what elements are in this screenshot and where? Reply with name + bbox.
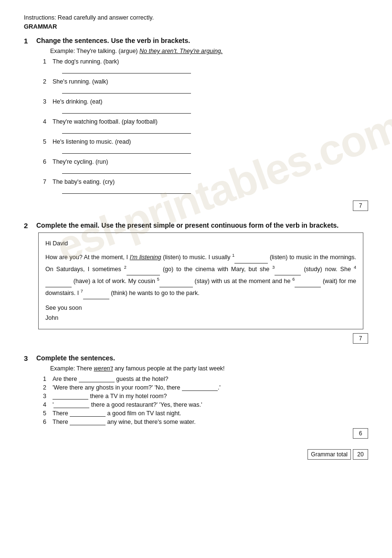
section-1-header: 1 Change the sentences. Use the verb in …: [24, 37, 368, 45]
section-3-score-box: 6: [24, 428, 368, 439]
section-2-score-box: 7: [24, 333, 368, 344]
s1-item-2-text: She's running. (walk): [53, 78, 108, 85]
section-1-score-box: 7: [24, 200, 368, 211]
s3-blank-4[interactable]: [53, 401, 89, 408]
s1-answer-line-4[interactable]: [62, 126, 191, 134]
section-1-number: 1: [24, 37, 34, 45]
section-3-example: Example: There weren't any famous people…: [50, 365, 368, 372]
example-prefix: Example:: [50, 48, 75, 54]
blank-7[interactable]: [83, 293, 109, 299]
email-signoff: See you soon: [45, 303, 356, 313]
section-3-number: 3: [24, 354, 34, 362]
s1-item-1-text: The dog's running. (bark): [53, 58, 119, 65]
blank-1[interactable]: [234, 257, 268, 263]
grammar-total-value: 20: [353, 449, 368, 460]
example-text: They're talking. (argue): [76, 48, 139, 54]
s3-item-1: 1 Are there guests at the hotel?: [43, 376, 368, 382]
s3-example-werent: weren't: [94, 365, 113, 372]
email-box: Hi David How are you? At the moment, I I…: [38, 232, 363, 329]
s1-answer-line-2[interactable]: [62, 86, 191, 94]
instruction-line1: Instructions: Read carefully and answer …: [24, 14, 368, 21]
section-2: 2 Complete the email. Use the present si…: [24, 221, 368, 344]
s1-item-7: 7 The baby's eating. (cry): [43, 179, 368, 198]
s1-item-5-text: He's listening to music. (read): [53, 138, 131, 145]
section-1-title: Change the sentences. Use the verb in br…: [36, 37, 190, 44]
s1-item-5: 5 He's listening to music. (read): [43, 138, 368, 158]
s3-blank-3[interactable]: [53, 393, 88, 400]
blank-4[interactable]: [45, 281, 72, 287]
s3-item-4: 4 ' there a good restaurant?' 'Yes, ther…: [43, 401, 368, 408]
section-1-score: 7: [353, 200, 368, 211]
s3-blank-5[interactable]: [70, 410, 106, 417]
s1-answer-line-7[interactable]: [62, 186, 191, 194]
listening-text: I'm listening: [130, 254, 161, 261]
section-2-score: 7: [353, 333, 368, 344]
s1-answer-line-3[interactable]: [62, 106, 191, 114]
grammar-total-label: Grammar total: [307, 449, 351, 460]
s1-item-2: 2 She's running. (walk): [43, 78, 368, 97]
section-2-header: 2 Complete the email. Use the present si…: [24, 221, 368, 230]
section-3-score: 6: [353, 428, 368, 439]
s3-example-prefix: Example:: [50, 365, 76, 372]
instructions-block: Instructions: Read carefully and answer …: [24, 14, 368, 30]
s1-item-3-text: He's drinking. (eat): [53, 98, 103, 105]
section-3: 3 Complete the sentences. Example: There…: [24, 354, 368, 439]
s3-item-5: 5 There a good film on TV last night.: [43, 410, 368, 417]
section-3-header: 3 Complete the sentences.: [24, 354, 368, 362]
s3-example-there: There: [76, 365, 94, 372]
email-name: John: [45, 313, 356, 323]
section-1-example: Example: They're talking. (argue) No the…: [50, 48, 368, 54]
s3-example-rest: any famous people at the party last week…: [115, 365, 225, 372]
blank-5[interactable]: [159, 281, 193, 287]
s3-blank-1[interactable]: [79, 376, 115, 382]
example-answer: No they aren't. They're arguing.: [139, 48, 222, 54]
section-2-number: 2: [24, 221, 34, 230]
s3-item-6: 6 There any wine, but there's some water…: [43, 419, 368, 425]
s1-item-4: 4 They're watching football. (play footb…: [43, 118, 368, 137]
s1-item-3: 3 He's drinking. (eat): [43, 98, 368, 117]
s1-item-7-text: The baby's eating. (cry): [53, 179, 115, 185]
section-3-title: Complete the sentences.: [36, 354, 115, 362]
section-1: 1 Change the sentences. Use the verb in …: [24, 37, 368, 211]
s1-item-4-text: They're watching football. (play footbal…: [53, 118, 158, 125]
s3-blank-6[interactable]: [70, 419, 106, 425]
email-body: How are you? At the moment, I I'm listen…: [45, 252, 356, 299]
blank-2[interactable]: [127, 269, 160, 275]
blank-3[interactable]: [275, 269, 301, 275]
blank-6[interactable]: [295, 281, 321, 287]
email-greeting: Hi David: [45, 239, 356, 249]
s1-item-6-text: They're cycling. (run): [53, 158, 108, 165]
s1-answer-line-5[interactable]: [62, 146, 191, 154]
s1-answer-line-6[interactable]: [62, 166, 191, 174]
s1-item-1: 1 The dog's running. (bark): [43, 58, 368, 77]
grammar-total-row: Grammar total 20: [24, 449, 368, 460]
grammar-label: GRAMMAR: [24, 23, 368, 30]
s3-item-3: 3 there a TV in my hotel room?: [43, 393, 368, 400]
s3-blank-2[interactable]: [182, 384, 218, 391]
s1-answer-line-1[interactable]: [62, 66, 191, 74]
s3-item-2: 2 'Were there any ghosts in your room?' …: [43, 384, 368, 391]
section-2-title: Complete the email. Use the present simp…: [36, 221, 339, 229]
s1-item-6: 6 They're cycling. (run): [43, 158, 368, 178]
